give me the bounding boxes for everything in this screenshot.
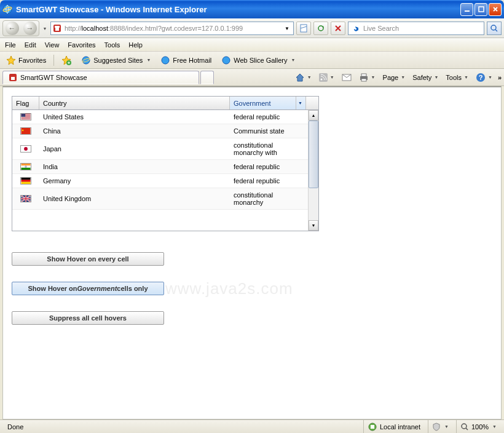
table-row[interactable]: United Kingdomconstitutional monarchy [12, 188, 308, 210]
page-label: Page [383, 74, 399, 81]
svg-rect-6 [55, 26, 60, 28]
cell-country: China [39, 124, 230, 138]
address-bar[interactable]: http://localhost:8888/index.html?gwt.cod… [50, 22, 294, 35]
home-button[interactable]: ▼ [293, 71, 313, 84]
cell-government: federal republic [230, 110, 306, 124]
zoom-control[interactable]: 100%▼ [456, 420, 500, 433]
star-icon [6, 55, 16, 65]
header-flag-label: Flag [16, 100, 29, 107]
page-menu[interactable]: Page▼ [381, 73, 408, 82]
tools-label: Tools [446, 74, 462, 81]
stop-icon [334, 25, 342, 32]
favorites-bar: Favorites Suggested Sites▼ Free Hotmail … [0, 52, 504, 69]
svg-rect-34 [22, 164, 31, 165]
show-hover-government-button[interactable]: Show Hover on Government cells only [12, 282, 164, 295]
ie-icon [2, 4, 12, 14]
safety-label: Safety [412, 74, 431, 81]
svg-point-44 [462, 424, 467, 429]
page-viewport: www.java2s.com Flag Country Government▼ … [2, 86, 502, 419]
show-hover-every-cell-button[interactable]: Show Hover on every cell [12, 252, 164, 266]
cell-government: Communist state [230, 124, 306, 138]
bing-icon [351, 23, 361, 33]
feeds-button[interactable]: ▼ [317, 72, 336, 83]
overflow-button[interactable]: » [498, 74, 502, 81]
hotmail-label: Free Hotmail [173, 57, 211, 64]
tab-title: SmartGWT Showcase [20, 74, 87, 81]
print-button[interactable]: ▼ [357, 72, 377, 83]
grid-header: Flag Country Government▼ [12, 97, 318, 110]
header-country[interactable]: Country [39, 97, 230, 109]
window-title: SmartGWT Showcase - Windows Internet Exp… [16, 5, 459, 14]
minimize-button[interactable] [460, 3, 473, 16]
help-button[interactable]: ?▼ [474, 71, 494, 84]
table-row[interactable]: Germanyfederal republic [12, 174, 308, 188]
mail-button[interactable] [340, 73, 353, 82]
suggested-sites-link[interactable]: Suggested Sites▼ [79, 54, 153, 66]
flag-icon [20, 195, 31, 202]
new-tab-button[interactable] [200, 71, 214, 84]
header-government[interactable]: Government▼ [230, 97, 306, 109]
svg-rect-38 [22, 178, 31, 180]
webslice-label: Web Slice Gallery [234, 57, 287, 64]
zoom-value: 100% [471, 423, 489, 431]
compatibility-button[interactable] [296, 22, 311, 35]
suggested-sites-label: Suggested Sites [93, 57, 143, 64]
nav-history-dropdown[interactable]: ▼ [42, 25, 48, 31]
svg-point-17 [320, 78, 322, 80]
status-text: Done [4, 420, 360, 433]
browser-tab[interactable]: SmartGWT Showcase [2, 71, 199, 84]
refresh-icon [317, 24, 325, 33]
chevron-down-icon: ▼ [291, 58, 296, 62]
address-dropdown[interactable]: ▼ [282, 26, 292, 31]
table-row[interactable]: United Statesfederal republic [12, 110, 308, 124]
table-row[interactable]: Japanconstitutional monarchy with [12, 138, 308, 160]
cell-government: constitutional monarchy [230, 188, 306, 209]
status-done-label: Done [7, 423, 23, 431]
menu-favorites[interactable]: Favorites [68, 41, 95, 49]
cell-flag [12, 110, 39, 124]
flag-icon [20, 113, 31, 121]
menu-help[interactable]: Help [128, 41, 143, 49]
menu-tools[interactable]: Tools [104, 41, 120, 49]
home-icon [295, 73, 305, 82]
web-slice-link[interactable]: Web Slice Gallery▼ [219, 54, 297, 66]
safety-menu[interactable]: Safety▼ [411, 73, 440, 82]
free-hotmail-link[interactable]: Free Hotmail [158, 54, 214, 66]
svg-point-12 [162, 57, 169, 64]
cell-country: India [39, 160, 230, 173]
svg-point-13 [222, 57, 230, 64]
close-button[interactable] [489, 3, 502, 16]
search-button[interactable] [487, 22, 502, 35]
shield-icon [432, 423, 441, 431]
refresh-button[interactable] [313, 22, 328, 35]
table-row[interactable]: Indiafederal republic [12, 160, 308, 174]
scroll-down-button[interactable]: ▼ [309, 220, 318, 231]
maximize-button[interactable] [474, 3, 487, 16]
header-flag[interactable]: Flag [12, 97, 39, 109]
help-icon: ? [476, 73, 486, 82]
print-icon [359, 73, 369, 82]
scroll-up-button[interactable]: ▲ [309, 110, 318, 121]
menu-file[interactable]: File [5, 41, 16, 49]
protected-mode[interactable]: ▼ [428, 420, 452, 433]
back-button[interactable]: ← [6, 22, 19, 35]
flag-icon [20, 127, 31, 135]
status-zone[interactable]: Local intranet [363, 420, 424, 433]
table-row[interactable]: ChinaCommunist state [12, 124, 308, 138]
scroll-thumb[interactable] [309, 121, 318, 188]
page-break-icon [299, 24, 308, 33]
tools-menu[interactable]: Tools▼ [444, 73, 470, 82]
add-favorite-button[interactable] [59, 54, 74, 66]
cell-country: Japan [39, 138, 230, 159]
search-bar[interactable]: Live Search [348, 22, 484, 35]
btn2-pre: Show Hover on [28, 285, 77, 292]
cell-country: United States [39, 110, 230, 124]
favorites-button[interactable]: Favorites [4, 54, 49, 66]
header-menu-indicator[interactable]: ▼ [296, 97, 304, 109]
menu-edit[interactable]: Edit [25, 41, 36, 49]
menu-view[interactable]: View [45, 41, 60, 49]
stop-button[interactable] [331, 22, 345, 35]
flag-icon [20, 145, 31, 153]
suppress-hovers-button[interactable]: Suppress all cell hovers [12, 311, 164, 325]
forward-button[interactable]: → [23, 22, 37, 35]
